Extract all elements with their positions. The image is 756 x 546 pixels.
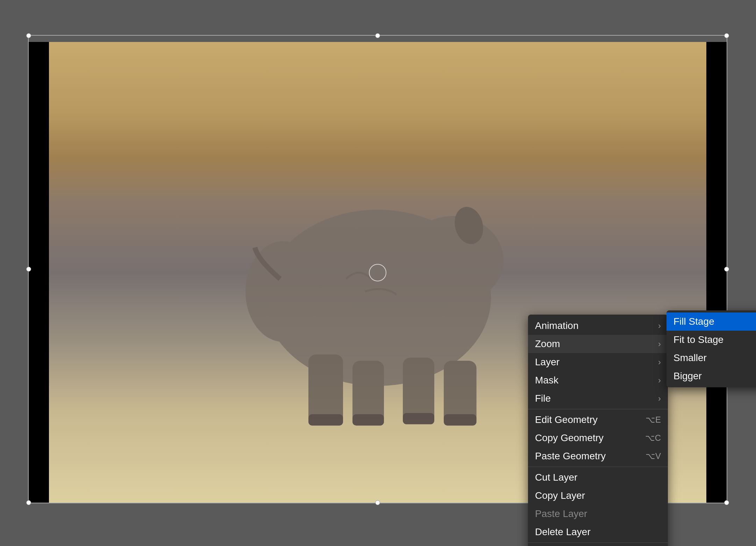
black-bar-right — [706, 42, 727, 503]
menu-item-zoom[interactable]: Zoom › — [528, 335, 668, 353]
menu-label-cut-layer: Cut Layer — [535, 472, 577, 483]
black-bar-left — [28, 42, 49, 503]
arrow-icon-file: › — [658, 394, 661, 403]
submenu-item-smaller[interactable]: Smaller — [666, 349, 756, 367]
shortcut-edit-geometry: ⌥E — [646, 415, 661, 425]
handle-top-center[interactable] — [375, 33, 380, 38]
menu-item-copy-geometry[interactable]: Copy Geometry ⌥C — [528, 429, 668, 447]
submenu-item-fit-to-stage[interactable]: Fit to Stage — [666, 331, 756, 349]
svg-rect-4 — [308, 354, 343, 424]
menu-label-copy-layer: Copy Layer — [535, 490, 585, 501]
menu-item-paste-layer[interactable]: Paste Layer — [528, 505, 668, 523]
menu-item-animation[interactable]: Animation › — [528, 317, 668, 335]
submenu-label-smaller: Smaller — [673, 352, 707, 364]
menu-label-paste-geometry: Paste Geometry — [535, 451, 606, 462]
arrow-icon-animation: › — [658, 321, 661, 331]
submenu-label-fill-stage: Fill Stage — [673, 316, 714, 327]
arrow-icon-mask: › — [658, 375, 661, 385]
menu-label-file: File — [535, 393, 551, 404]
menu-label-mask: Mask — [535, 375, 558, 386]
menu-label-delete-layer: Delete Layer — [535, 526, 591, 538]
handle-top-left[interactable] — [26, 33, 31, 38]
context-menu: Animation › Zoom › Layer › Mask › File ›… — [528, 315, 668, 546]
svg-rect-10 — [403, 413, 434, 424]
submenu-item-bigger[interactable]: Bigger — [666, 367, 756, 385]
svg-rect-8 — [308, 414, 343, 425]
canvas-area: Animation › Zoom › Layer › Mask › File ›… — [0, 0, 756, 546]
submenu-zoom: Fill Stage Fit to Stage Smaller Bigger — [666, 310, 756, 387]
shortcut-paste-geometry: ⌥V — [646, 451, 661, 461]
divider-1 — [528, 409, 668, 409]
svg-rect-11 — [444, 414, 477, 425]
submenu-label-bigger: Bigger — [673, 371, 702, 382]
menu-item-delete-layer[interactable]: Delete Layer — [528, 523, 668, 541]
menu-item-mask[interactable]: Mask › — [528, 371, 668, 389]
menu-item-layer[interactable]: Layer › — [528, 353, 668, 371]
svg-point-1 — [403, 216, 504, 304]
submenu-label-fit-to-stage: Fit to Stage — [673, 334, 723, 345]
center-handle[interactable] — [369, 264, 386, 281]
arrow-icon-layer: › — [658, 357, 661, 367]
divider-2 — [528, 467, 668, 467]
menu-item-file[interactable]: File › — [528, 389, 668, 408]
menu-item-edit-geometry[interactable]: Edit Geometry ⌥E — [528, 411, 668, 429]
menu-item-cut-layer[interactable]: Cut Layer — [528, 468, 668, 487]
menu-item-paste-geometry[interactable]: Paste Geometry ⌥V — [528, 447, 668, 465]
svg-rect-9 — [352, 414, 384, 425]
menu-label-copy-geometry: Copy Geometry — [535, 432, 604, 444]
shortcut-copy-geometry: ⌥C — [645, 433, 661, 443]
divider-3 — [528, 543, 668, 543]
menu-label-paste-layer: Paste Layer — [535, 508, 587, 519]
arrow-icon-zoom: › — [658, 339, 661, 349]
menu-label-zoom: Zoom — [535, 338, 560, 350]
menu-item-copy-layer[interactable]: Copy Layer — [528, 487, 668, 505]
menu-item-locked[interactable]: Locked — [528, 544, 668, 546]
menu-label-layer: Layer — [535, 357, 559, 368]
submenu-item-fill-stage[interactable]: Fill Stage — [666, 312, 756, 331]
menu-label-animation: Animation — [535, 320, 579, 331]
menu-label-edit-geometry: Edit Geometry — [535, 414, 598, 425]
handle-top-right[interactable] — [724, 33, 729, 38]
